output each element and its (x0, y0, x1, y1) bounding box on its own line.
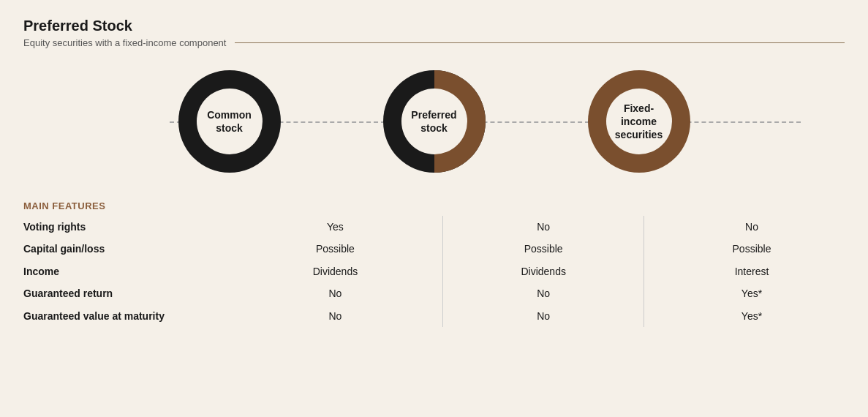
common-value: Possible (242, 238, 443, 260)
features-table: Voting rights Yes No No Capital gain/los… (23, 216, 845, 327)
page-subtitle: Equity securities with a fixed-income co… (23, 37, 226, 48)
common-stock-label: Common stock (207, 108, 252, 135)
preferred-value: Dividends (443, 260, 644, 282)
fixed-value: Possible (644, 238, 845, 260)
preferred-value: No (443, 282, 644, 304)
common-value: No (242, 282, 443, 304)
table-row: Voting rights Yes No No (23, 216, 845, 238)
header-section: Preferred Stock Equity securities with a… (23, 18, 845, 48)
preferred-value: Possible (443, 238, 644, 260)
page-title: Preferred Stock (23, 18, 845, 34)
feature-label: Income (23, 260, 242, 282)
fixed-income-label: Fixed-income securities (610, 102, 668, 142)
feature-label: Guaranteed value at maturity (23, 305, 242, 327)
common-value: Dividends (242, 260, 443, 282)
common-stock-item: Common stock (171, 63, 288, 180)
circles-section: Common stock Preferred stoc (23, 63, 845, 180)
preferred-value: No (443, 216, 644, 238)
common-stock-circle: Common stock (171, 63, 288, 180)
preferred-value: No (443, 305, 644, 327)
fixed-value: Yes* (644, 305, 845, 327)
fixed-income-circle: Fixed-income securities (581, 63, 698, 180)
fixed-value: Yes* (644, 282, 845, 304)
table-row: Income Dividends Dividends Interest (23, 260, 845, 282)
table-row: Guaranteed return No No Yes* (23, 282, 845, 304)
preferred-stock-item: Preferred stock (376, 63, 493, 180)
preferred-stock-circle: Preferred stock (376, 63, 493, 180)
fixed-income-item: Fixed-income securities (581, 63, 698, 180)
table-row: Capital gain/loss Possible Possible Poss… (23, 238, 845, 260)
features-section: MAIN FEATURES Voting rights Yes No No Ca… (23, 200, 845, 327)
preferred-stock-label: Preferred stock (411, 108, 456, 135)
feature-label: Capital gain/loss (23, 238, 242, 260)
feature-label: Guaranteed return (23, 282, 242, 304)
common-value: Yes (242, 216, 443, 238)
features-section-label: MAIN FEATURES (23, 200, 845, 211)
table-row: Guaranteed value at maturity No No Yes* (23, 305, 845, 327)
common-value: No (242, 305, 443, 327)
feature-label: Voting rights (23, 216, 242, 238)
fixed-value: No (644, 216, 845, 238)
fixed-value: Interest (644, 260, 845, 282)
subtitle-divider (235, 42, 845, 43)
